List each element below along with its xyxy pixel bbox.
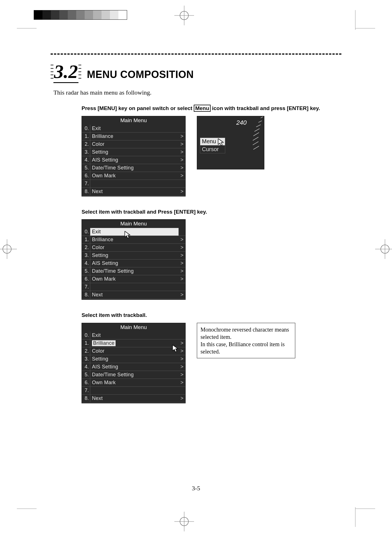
menu-item-label: Color xyxy=(90,244,179,251)
menu-item-label: Date/Time Setting xyxy=(90,267,179,275)
menu-item-number: 4. xyxy=(82,156,90,164)
menu-item-row[interactable]: 2.Color> xyxy=(82,347,185,355)
menu-item-number: 5. xyxy=(82,164,90,172)
menu-item-number: 8. xyxy=(82,395,90,402)
menu-item-row[interactable]: 3.Setting> xyxy=(82,355,185,363)
menu-item-number: 0. xyxy=(82,228,90,236)
menu-item-row[interactable]: 3.Setting> xyxy=(82,252,185,259)
menu-item-row[interactable]: 1.Brilliance> xyxy=(82,339,185,347)
registration-mark-icon xyxy=(174,6,194,25)
menu-item-row[interactable]: 7. xyxy=(82,180,185,188)
section-number: 3.2 xyxy=(53,61,78,83)
menu-item-row[interactable]: 0.Exit xyxy=(82,228,185,236)
menu-item-row[interactable]: 7. xyxy=(82,387,185,395)
page-content: 3.2 MENU COMPOSITION This radar has main… xyxy=(37,28,355,509)
menu-item-number: 3. xyxy=(82,148,90,156)
menu-item-number: 6. xyxy=(82,172,90,180)
menu-item-number: 2. xyxy=(82,140,90,148)
menu-item-label: AIS Setting xyxy=(90,259,179,267)
menu-item-number: 1. xyxy=(82,133,90,140)
menu-item-label: Own Mark xyxy=(90,172,179,180)
menu-item-label: Own Mark xyxy=(90,379,179,386)
menu-item-row[interactable]: 1.Brilliance> xyxy=(82,236,185,244)
menu-item-number: 2. xyxy=(82,347,90,355)
menu-item-row[interactable]: 8.Next> xyxy=(82,188,185,196)
menu-item-row[interactable]: 0.Exit xyxy=(82,332,185,339)
submenu-arrow-icon: > xyxy=(179,267,185,275)
svg-line-12 xyxy=(261,117,263,118)
menu-item-row[interactable]: 4.AIS Setting> xyxy=(82,363,185,371)
menu-item-row[interactable]: 4.AIS Setting> xyxy=(82,259,185,267)
menu-item-label: Next xyxy=(90,291,179,299)
svg-line-15 xyxy=(254,129,260,131)
menu-title: Main Menu xyxy=(82,116,185,125)
submenu-arrow-icon: > xyxy=(179,355,185,363)
menu-item-row[interactable]: 4.AIS Setting> xyxy=(82,156,185,164)
submenu-arrow-icon: > xyxy=(179,379,185,386)
submenu-arrow-icon: > xyxy=(179,363,185,371)
grayscale-calibration-bar xyxy=(34,10,127,20)
menu-item-row[interactable]: 5.Date/Time Setting> xyxy=(82,267,185,275)
menu-item-number: 7. xyxy=(82,283,90,291)
menu-item-label: Next xyxy=(90,188,179,195)
submenu-arrow-icon: > xyxy=(179,259,185,267)
menu-item-label: Own Mark xyxy=(90,275,179,283)
menu-item-row[interactable]: 6.Own Mark> xyxy=(82,172,185,180)
menu-item-label: Color xyxy=(90,347,179,355)
submenu-arrow-icon xyxy=(179,125,185,132)
svg-line-14 xyxy=(256,125,261,127)
menu-item-number: 8. xyxy=(82,291,90,299)
menu-item-label: Brilliance xyxy=(90,339,179,347)
menu-item-number: 7. xyxy=(82,387,90,394)
submenu-arrow-icon: > xyxy=(179,252,185,259)
submenu-arrow-icon: > xyxy=(179,244,185,251)
menu-item-row[interactable]: 5.Date/Time Setting> xyxy=(82,164,185,172)
submenu-arrow-icon: > xyxy=(179,236,185,243)
main-menu-screenshot-1: Main Menu0.Exit1.Brilliance>2.Color>3.Se… xyxy=(82,116,186,196)
menu-item-label: Setting xyxy=(90,355,179,363)
menu-item-label: Brilliance xyxy=(90,236,179,243)
menu-item-row[interactable]: 5.Date/Time Setting> xyxy=(82,371,185,379)
submenu-arrow-icon xyxy=(179,387,185,394)
menu-item-number: 4. xyxy=(82,363,90,371)
step-1: Press [MENU] key on panel switch or sele… xyxy=(82,105,339,196)
menu-item-number: 4. xyxy=(82,259,90,267)
step-3: Select item with trackball. Main Menu0.E… xyxy=(82,312,339,403)
menu-item-number: 3. xyxy=(82,252,90,259)
menu-item-label: Exit xyxy=(90,228,179,236)
menu-item-row[interactable]: 8.Next> xyxy=(82,395,185,402)
svg-point-6 xyxy=(3,245,11,253)
menu-item-row[interactable]: 8.Next> xyxy=(82,291,185,299)
svg-line-19 xyxy=(253,146,259,149)
menu-item-row[interactable]: 6.Own Mark> xyxy=(82,275,185,283)
step-1-text-post: icon with trackball and press [ENTER] ke… xyxy=(211,105,320,111)
submenu-arrow-icon: > xyxy=(179,133,185,140)
main-menu-screenshot-3: Main Menu0.Exit1.Brilliance>2.Color>3.Se… xyxy=(82,323,186,403)
step-2: Select item with trackball and Press [EN… xyxy=(82,208,339,300)
svg-line-13 xyxy=(258,121,262,122)
bearing-scale-value: 240 xyxy=(236,119,247,126)
submenu-arrow-icon xyxy=(179,180,185,187)
menu-item-label: Setting xyxy=(90,252,179,259)
menu-item-row[interactable]: 7. xyxy=(82,283,185,291)
submenu-arrow-icon xyxy=(179,228,185,236)
menu-item-row[interactable]: 2.Color> xyxy=(82,244,185,252)
menu-item-number: 7. xyxy=(82,180,90,187)
menu-item-row[interactable]: 3.Setting> xyxy=(82,148,185,156)
submenu-arrow-icon: > xyxy=(179,371,185,379)
step-3-text: Select item with trackball. xyxy=(82,312,339,319)
menu-item-row[interactable]: 6.Own Mark> xyxy=(82,379,185,387)
svg-point-3 xyxy=(180,517,188,526)
menu-item-row[interactable]: 2.Color> xyxy=(82,140,185,148)
menu-item-label: AIS Setting xyxy=(90,156,179,164)
menu-item-row[interactable]: 0.Exit xyxy=(82,125,185,133)
mini-menu-item-cursor[interactable]: Cursor xyxy=(200,146,225,153)
submenu-arrow-icon: > xyxy=(179,339,185,347)
menu-icon-screenshot: 240 Menu Cursor xyxy=(197,116,264,169)
submenu-arrow-icon xyxy=(179,283,185,291)
menu-item-label xyxy=(90,283,179,291)
menu-item-label xyxy=(90,180,179,187)
menu-item-number: 8. xyxy=(82,188,90,195)
menu-item-row[interactable]: 1.Brilliance> xyxy=(82,133,185,140)
bearing-scale-ticks xyxy=(246,116,264,156)
